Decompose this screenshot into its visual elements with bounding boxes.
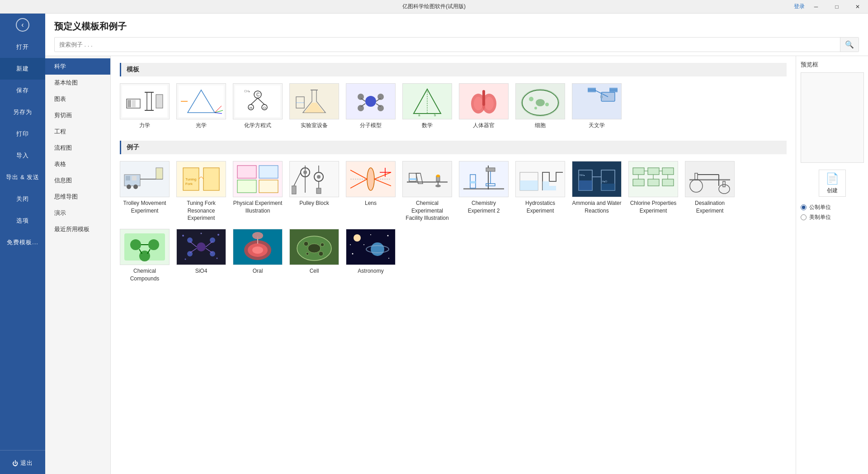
template-astronomy[interactable]: 天文学: [572, 83, 622, 129]
sidebar-item-new[interactable]: 新建: [0, 58, 45, 80]
example-chemfacility[interactable]: Chemical Experimental Facility Illustrat…: [402, 161, 452, 222]
window-controls: ─ □ ✕: [806, 0, 868, 14]
left-nav-engineering[interactable]: 工程: [45, 123, 110, 140]
example-sio4[interactable]: SiO4: [176, 229, 226, 283]
svg-text:C: C: [256, 92, 259, 97]
example-label-chemexp2: Chemistry Experiment 2: [459, 199, 509, 215]
content-area: 预定义模板和例子 🔍 科学 基本绘图 图表 剪切画 工程 流程图 表格 信息图 …: [45, 14, 868, 474]
example-desalination[interactable]: Desalination Experiment: [685, 161, 735, 222]
svg-text:H₂O: H₂O: [602, 180, 607, 183]
example-cell[interactable]: Cell: [289, 229, 339, 283]
svg-point-182: [304, 242, 308, 246]
unit-metric-option[interactable]: 公制单位: [801, 204, 863, 211]
metric-radio[interactable]: [801, 204, 807, 210]
imperial-label: 美制单位: [809, 213, 831, 221]
example-lens[interactable]: Lens: [346, 161, 396, 222]
create-icon: 📄: [826, 172, 839, 185]
example-thumb-chemfacility: [402, 161, 452, 197]
svg-point-187: [354, 234, 361, 242]
example-trolley[interactable]: Trolley Movement Experiment: [120, 161, 170, 222]
svg-point-31: [377, 94, 384, 100]
sidebar-item-close[interactable]: 关闭: [0, 188, 45, 210]
svg-text:a: a: [418, 113, 420, 117]
left-nav-basic[interactable]: 基本绘图: [45, 75, 110, 91]
svg-rect-138: [662, 179, 674, 186]
example-pulley[interactable]: Pulley Block: [289, 161, 339, 222]
left-nav-flowchart[interactable]: 流程图: [45, 140, 110, 156]
svg-rect-66: [126, 176, 130, 180]
maximize-button[interactable]: □: [826, 0, 847, 14]
example-hydrostatics[interactable]: Hydrostatics Experiment: [515, 161, 565, 222]
template-math[interactable]: a b 数学: [402, 83, 452, 129]
left-nav-cut[interactable]: 剪切画: [45, 107, 110, 123]
template-lixue[interactable]: 力学: [120, 83, 170, 129]
sidebar-item-save[interactable]: 保存: [0, 80, 45, 101]
template-label-math: 数学: [422, 122, 433, 129]
sidebar-item-print[interactable]: 打印: [0, 123, 45, 145]
close-button[interactable]: ✕: [847, 0, 868, 14]
sidebar-item-export[interactable]: 导出 & 发送: [0, 166, 45, 188]
example-label-tuning: Tuning Fork Resonance Experiment: [176, 199, 226, 222]
example-label-sio4: SiO4: [195, 267, 208, 275]
examples-section-header: 例子: [120, 141, 787, 154]
unit-imperial-option[interactable]: 美制单位: [801, 213, 863, 221]
template-label-chemformula: 化学方程式: [244, 122, 271, 129]
svg-rect-82: [292, 163, 337, 195]
sidebar-item-free[interactable]: 免费模板...: [0, 232, 45, 253]
search-input[interactable]: [55, 38, 840, 51]
example-label-hydrostatics: Hydrostatics Experiment: [515, 199, 565, 215]
example-label-cell: Cell: [310, 267, 319, 275]
svg-rect-120: [542, 181, 549, 190]
template-guangxue[interactable]: 光学: [176, 83, 226, 129]
sidebar-item-import[interactable]: 导入: [0, 145, 45, 166]
svg-rect-111: [461, 163, 506, 195]
minimize-button[interactable]: ─: [806, 0, 826, 14]
svg-point-46: [474, 97, 483, 110]
sidebar-item-saveas[interactable]: 另存为: [0, 101, 45, 123]
sidebar-item-quit[interactable]: ⏻退出: [0, 452, 45, 474]
svg-rect-76: [203, 168, 219, 190]
example-label-lens: Lens: [365, 199, 377, 207]
create-button[interactable]: 📄 创建: [819, 170, 846, 197]
left-nav-science[interactable]: 科学: [45, 58, 110, 75]
example-label-ammonia: Ammonia and Water Reactions: [572, 199, 622, 215]
example-thumb-astronomy: [346, 229, 396, 265]
template-labequip[interactable]: 实验室设备: [289, 83, 339, 129]
left-nav-recent[interactable]: 最近所用模板: [45, 221, 110, 237]
example-physical[interactable]: Physical Experiment Illustration: [233, 161, 283, 222]
template-humanbody[interactable]: 人体器官: [459, 83, 509, 129]
example-chemcompounds[interactable]: Chemical Compounds: [120, 229, 170, 283]
template-cell[interactable]: 细胞: [515, 83, 565, 129]
login-button[interactable]: 登录: [794, 3, 805, 10]
svg-point-52: [536, 99, 545, 106]
left-nav-table[interactable]: 表格: [45, 156, 110, 172]
left-nav-mindmap[interactable]: 思维导图: [45, 189, 110, 205]
svg-point-33: [377, 105, 384, 111]
left-nav-presentation[interactable]: 演示: [45, 205, 110, 221]
sidebar-item-open[interactable]: 打开: [0, 36, 45, 58]
left-nav-infographic[interactable]: 信息图: [45, 172, 110, 189]
template-molecular[interactable]: 分子模型: [346, 83, 396, 129]
search-button[interactable]: 🔍: [840, 38, 859, 52]
svg-rect-48: [482, 90, 485, 106]
example-chemexp2[interactable]: Chemistry Experiment 2: [459, 161, 509, 222]
svg-point-110: [435, 185, 441, 187]
svg-rect-87: [292, 186, 296, 194]
example-oral[interactable]: Oral: [233, 229, 283, 283]
sidebar-item-options[interactable]: 选项: [0, 210, 45, 232]
svg-rect-136: [633, 179, 644, 186]
example-chlorine[interactable]: Chlorine Properties Experiment: [628, 161, 678, 222]
imperial-radio[interactable]: [801, 214, 807, 220]
example-tuning[interactable]: Tuning Fork Tuning Fork Resonance Experi…: [176, 161, 226, 222]
svg-point-159: [197, 242, 206, 251]
svg-point-85: [303, 171, 307, 174]
example-thumb-pulley: [289, 161, 339, 197]
back-button[interactable]: ‹: [0, 14, 45, 36]
example-ammonia[interactable]: NH₃ H₂O Ammonia and Water Reactions: [572, 161, 622, 222]
svg-point-170: [185, 259, 186, 260]
template-chemformula[interactable]: C H O CH₃ 化学方程式: [233, 83, 283, 129]
sidebar: ‹ 打开 新建 保存 另存为 打印 导入 导出 & 发送 关闭 选项 免费模板.…: [0, 14, 45, 474]
example-thumb-hydrostatics: [515, 161, 565, 197]
example-astronomy[interactable]: Astronomy: [346, 229, 396, 283]
left-nav-chart[interactable]: 图表: [45, 91, 110, 107]
